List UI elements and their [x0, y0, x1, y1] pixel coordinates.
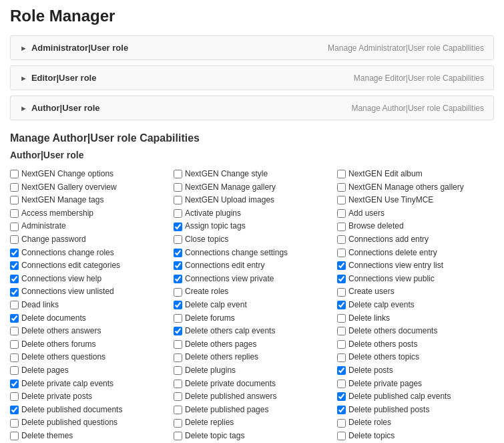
cap-label: Connections change roles — [21, 248, 114, 259]
cap-checkbox[interactable] — [174, 249, 182, 257]
cap-checkbox[interactable] — [10, 380, 19, 388]
cap-checkbox[interactable] — [10, 275, 19, 283]
cap-label: Delete replies — [185, 418, 234, 428]
cap-checkbox[interactable] — [337, 196, 346, 204]
cap-checkbox[interactable] — [174, 301, 182, 309]
cap-item: Connections delete entry — [337, 247, 494, 259]
cap-item: Connections change roles — [10, 247, 167, 259]
cap-label: Connections view public — [348, 274, 435, 285]
cap-checkbox[interactable] — [337, 235, 346, 244]
cap-item: Connections view entry list — [337, 260, 494, 272]
cap-label: Connections edit categories — [21, 261, 120, 271]
cap-checkbox[interactable] — [10, 327, 19, 335]
cap-checkbox[interactable] — [337, 261, 346, 270]
manage-capabilities-link[interactable]: Manage Author|User role Capabilities — [351, 104, 484, 113]
cap-checkbox[interactable] — [10, 196, 19, 204]
cap-item: NextGEN Change options — [10, 168, 167, 180]
cap-checkbox[interactable] — [174, 261, 182, 270]
cap-checkbox[interactable] — [337, 353, 346, 362]
cap-checkbox[interactable] — [337, 419, 346, 428]
cap-checkbox[interactable] — [10, 314, 19, 323]
manage-capabilities-link[interactable]: Manage Editor|User role Capabilities — [354, 73, 484, 83]
cap-checkbox[interactable] — [174, 170, 182, 178]
cap-checkbox[interactable] — [337, 392, 346, 401]
cap-checkbox[interactable] — [337, 314, 346, 323]
manage-capabilities-link[interactable]: Manage Administrator|User role Capabilit… — [328, 43, 484, 53]
cap-checkbox[interactable] — [10, 249, 19, 257]
cap-checkbox[interactable] — [10, 432, 19, 440]
cap-checkbox[interactable] — [10, 183, 19, 192]
cap-checkbox[interactable] — [10, 170, 19, 178]
cap-checkbox[interactable] — [174, 288, 182, 297]
cap-checkbox[interactable] — [10, 366, 19, 375]
author-role-label: Author|User role — [10, 150, 494, 160]
cap-checkbox[interactable] — [174, 183, 182, 192]
cap-checkbox[interactable] — [10, 288, 19, 297]
cap-label: Connections change settings — [185, 248, 288, 259]
cap-checkbox[interactable] — [174, 380, 182, 388]
cap-item: Close topics — [174, 234, 330, 246]
cap-checkbox[interactable] — [337, 380, 346, 388]
cap-checkbox[interactable] — [337, 288, 346, 297]
cap-checkbox[interactable] — [337, 170, 346, 178]
cap-item: NextGEN Manage tags — [10, 194, 167, 206]
cap-item: Delete others documents — [337, 325, 494, 337]
cap-checkbox[interactable] — [10, 301, 19, 309]
cap-checkbox[interactable] — [10, 392, 19, 401]
cap-checkbox[interactable] — [337, 432, 346, 440]
cap-checkbox[interactable] — [174, 196, 182, 204]
cap-checkbox[interactable] — [10, 261, 19, 270]
cap-checkbox[interactable] — [337, 340, 346, 349]
cap-label: Delete forums — [185, 313, 235, 324]
cap-checkbox[interactable] — [174, 406, 182, 414]
cap-checkbox[interactable] — [337, 366, 346, 375]
cap-label: Connections view entry list — [348, 261, 443, 271]
cap-checkbox[interactable] — [10, 223, 19, 231]
cap-item: NextGEN Upload images — [174, 194, 330, 206]
cap-checkbox[interactable] — [337, 327, 346, 335]
cap-checkbox[interactable] — [174, 275, 182, 283]
cap-checkbox[interactable] — [174, 314, 182, 323]
cap-item: Delete calp events — [337, 299, 494, 311]
cap-item: Delete private pages — [337, 378, 494, 390]
cap-checkbox[interactable] — [174, 432, 182, 440]
cap-checkbox[interactable] — [174, 392, 182, 401]
role-section-editor[interactable]: ► Editor|User role Manage Editor|User ro… — [10, 65, 494, 90]
cap-checkbox[interactable] — [174, 353, 182, 362]
cap-checkbox[interactable] — [174, 223, 182, 231]
role-section-author[interactable]: ► Author|User role Manage Author|User ro… — [10, 96, 494, 120]
cap-checkbox[interactable] — [174, 235, 182, 244]
cap-label: Dead links — [21, 300, 59, 311]
role-section-left: ► Editor|User role — [20, 73, 96, 83]
cap-checkbox[interactable] — [337, 209, 346, 218]
cap-item: Connections view help — [10, 273, 167, 285]
cap-checkbox[interactable] — [174, 366, 182, 375]
cap-checkbox[interactable] — [337, 301, 346, 309]
cap-checkbox[interactable] — [337, 223, 346, 231]
cap-label: Add users — [348, 208, 385, 219]
cap-checkbox[interactable] — [174, 340, 182, 349]
role-title: Editor|User role — [31, 73, 97, 83]
cap-checkbox[interactable] — [337, 275, 346, 283]
cap-label: Connections add entry — [348, 235, 429, 245]
cap-item: Delete others forums — [10, 339, 167, 351]
cap-checkbox[interactable] — [10, 419, 19, 428]
cap-item: Delete posts — [337, 365, 494, 377]
cap-checkbox[interactable] — [10, 406, 19, 414]
cap-checkbox[interactable] — [174, 419, 182, 428]
cap-label: Browse deleted — [348, 221, 404, 232]
role-section-administrator[interactable]: ► Administrator|User role Manage Adminis… — [10, 35, 494, 60]
cap-checkbox[interactable] — [10, 340, 19, 349]
cap-item: Delete topic tags — [174, 430, 330, 442]
cap-label: Connections edit entry — [185, 261, 264, 271]
cap-checkbox[interactable] — [174, 327, 182, 335]
cap-checkbox[interactable] — [337, 249, 346, 257]
cap-checkbox[interactable] — [337, 406, 346, 414]
cap-item: Connections view private — [174, 273, 330, 285]
cap-checkbox[interactable] — [174, 209, 182, 218]
cap-checkbox[interactable] — [10, 235, 19, 244]
cap-item: Delete published questions — [10, 417, 167, 429]
cap-checkbox[interactable] — [10, 353, 19, 362]
cap-checkbox[interactable] — [337, 183, 346, 192]
cap-checkbox[interactable] — [10, 209, 19, 218]
